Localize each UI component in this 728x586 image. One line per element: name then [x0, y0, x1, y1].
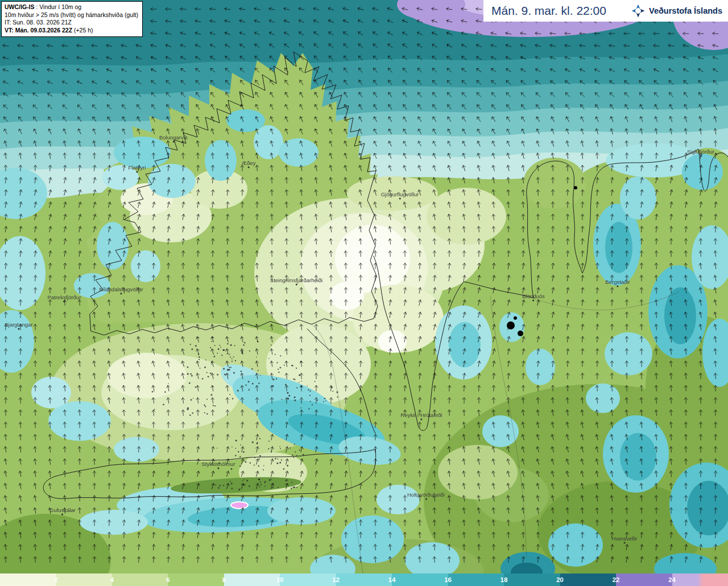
info-line-2: 10m hviður > 25 m/s (hvítt) og hámarkshv…	[5, 11, 138, 19]
legend-segment	[280, 573, 336, 586]
legend-segment	[224, 573, 280, 586]
legend-segment	[560, 573, 616, 586]
wind-map-canvas	[0, 0, 728, 573]
legend-segment	[504, 573, 560, 586]
legend-segment	[392, 573, 448, 586]
brand-name: Veðurstofa Íslands	[649, 6, 722, 15]
legend-segment	[112, 573, 168, 586]
forecast-datetime: Mán. 9. mar. kl. 22:00	[491, 4, 606, 18]
valid-time: VT: Mán. 09.03.2026 22Z	[5, 27, 72, 34]
legend-segment	[336, 573, 392, 586]
legend-segment	[448, 573, 504, 586]
info-line-1-rest: : Vindur í 10m og	[35, 3, 82, 10]
wind-forecast-map-page: BolungarvíkÆðeyFlateyriGjögurflugvöllurS…	[0, 0, 728, 586]
legend-segment	[616, 573, 672, 586]
legend-segment	[0, 573, 56, 586]
model-name: UWC/IG-IS	[5, 3, 35, 10]
wind-speed-legend	[0, 573, 728, 586]
valid-time-offset: (+25 h)	[72, 27, 93, 34]
legend-segment	[672, 573, 728, 586]
info-line-1: UWC/IG-IS : Vindur í 10m og	[5, 3, 138, 11]
legend-segment	[168, 573, 224, 586]
model-info-box: UWC/IG-IS : Vindur í 10m og 10m hviður >…	[1, 1, 143, 37]
gust-marker-pink	[231, 502, 248, 509]
vedurstofa-logo-icon	[631, 3, 646, 18]
legend-segment	[56, 573, 111, 586]
brand: Veðurstofa Íslands	[631, 3, 722, 18]
title-bar: Mán. 9. mar. kl. 22:00 Veðurstofa Ísland…	[483, 0, 728, 22]
info-line-4: VT: Mán. 09.03.2026 22Z (+25 h)	[5, 27, 138, 35]
info-line-3: IT: Sun. 08. 03. 2026 21Z	[5, 19, 138, 27]
